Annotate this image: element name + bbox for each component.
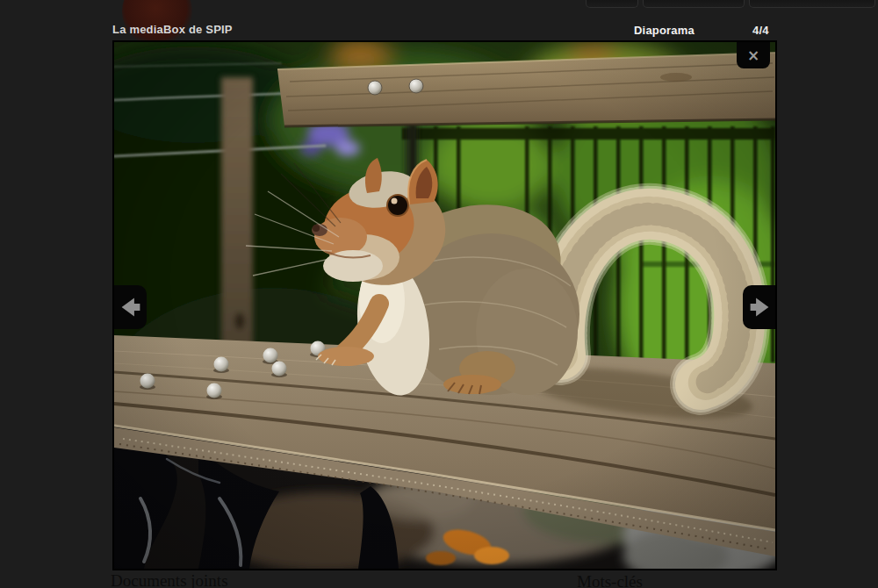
arrow-right-icon <box>748 296 771 319</box>
cutoff-toolbar-button-2[interactable] <box>643 0 745 8</box>
arrow-left-icon <box>119 296 142 319</box>
cutoff-toolbar-button-3[interactable] <box>749 0 875 8</box>
slideshow-image[interactable]: × <box>112 40 777 570</box>
squirrel-photo-illustration <box>114 42 775 569</box>
mots-cles-heading: Mots-clés <box>577 572 643 588</box>
slideshow-mode-label: Diaporama <box>634 24 694 37</box>
slide-counter: 4/4 <box>752 24 769 37</box>
previous-slide-button[interactable] <box>114 285 147 329</box>
documents-joints-heading: Documents joints <box>111 571 228 588</box>
close-button[interactable]: × <box>737 42 770 68</box>
cutoff-toolbar-button-1[interactable] <box>586 0 638 8</box>
next-slide-button[interactable] <box>743 285 775 329</box>
mediabox-title: La mediaBox de SPIP <box>112 23 233 36</box>
